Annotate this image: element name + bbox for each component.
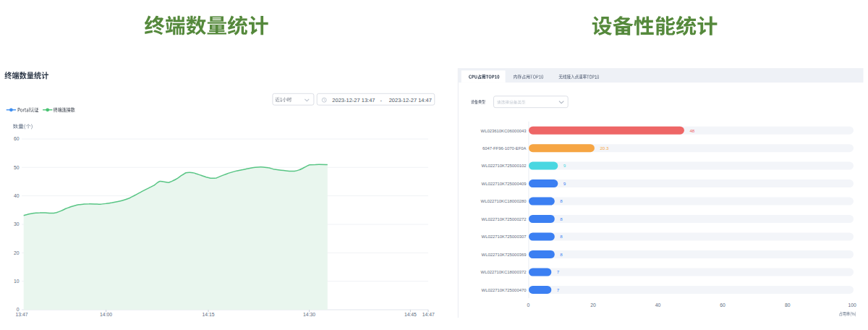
svg-text:8: 8 — [560, 216, 563, 221]
svg-text:8: 8 — [560, 252, 563, 257]
svg-text:80: 80 — [785, 302, 791, 308]
svg-text:WL022710KC18000280: WL022710KC18000280 — [481, 199, 527, 203]
svg-text:8: 8 — [560, 234, 563, 239]
svg-text:13:47: 13:47 — [15, 312, 27, 317]
svg-text:9: 9 — [563, 181, 566, 186]
svg-text:20: 20 — [590, 302, 596, 308]
svg-text:WL022710KC18000372: WL022710KC18000372 — [481, 270, 527, 274]
svg-text:WL022710K725000369: WL022710K725000369 — [482, 253, 527, 257]
svg-text:60: 60 — [14, 136, 20, 141]
svg-text:10: 10 — [14, 279, 20, 284]
svg-text:14:47: 14:47 — [422, 312, 435, 317]
svg-text:WL022710K725000409: WL022710K725000409 — [482, 182, 527, 186]
svg-text:50: 50 — [14, 165, 20, 170]
svg-text:48: 48 — [689, 128, 694, 133]
svg-text:WL023610KC06000043: WL023610KC06000043 — [481, 129, 527, 133]
svg-text:14:15: 14:15 — [202, 312, 214, 317]
svg-text:100: 100 — [848, 302, 857, 308]
svg-text:8: 8 — [560, 198, 563, 203]
svg-text:2023-12-27 14:47: 2023-12-27 14:47 — [389, 97, 432, 103]
svg-text:40: 40 — [655, 302, 661, 308]
svg-text:60: 60 — [720, 302, 726, 308]
svg-text:14:30: 14:30 — [303, 312, 315, 317]
svg-text:7: 7 — [557, 287, 560, 292]
svg-text:2023-12-27 13:47: 2023-12-27 13:47 — [332, 97, 375, 103]
svg-text:7: 7 — [557, 269, 560, 274]
svg-text:WL022710K725000272: WL022710K725000272 — [482, 217, 527, 221]
svg-text:20.3: 20.3 — [600, 145, 609, 151]
svg-text:WL022710K725000307: WL022710K725000307 — [482, 234, 527, 239]
svg-text:9: 9 — [563, 163, 566, 168]
svg-text:40: 40 — [14, 193, 20, 198]
svg-text:14:00: 14:00 — [100, 312, 112, 317]
svg-text:WL022710K725000102: WL022710K725000102 — [482, 164, 527, 168]
svg-text:0: 0 — [527, 302, 530, 308]
svg-text:6047-FF96-1070-EF0A: 6047-FF96-1070-EF0A — [482, 146, 527, 151]
svg-text:20: 20 — [14, 250, 20, 255]
svg-text:WL022710K725000470: WL022710K725000470 — [482, 288, 527, 292]
svg-text:14:45: 14:45 — [404, 312, 417, 317]
svg-text:30: 30 — [14, 221, 20, 227]
